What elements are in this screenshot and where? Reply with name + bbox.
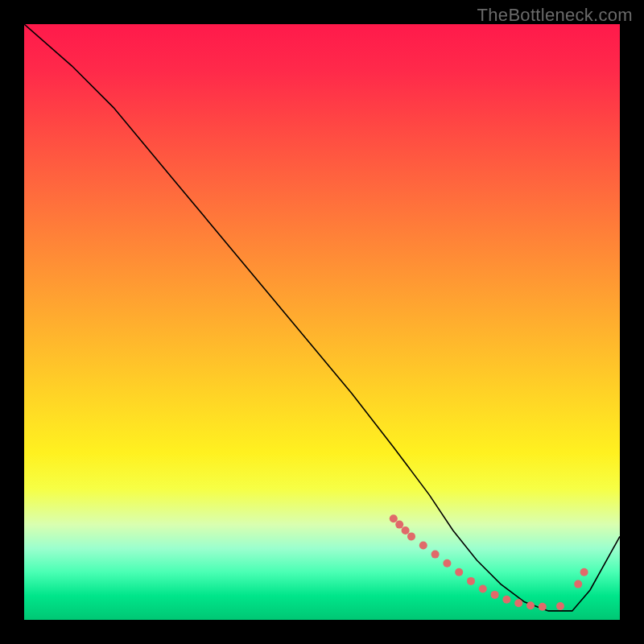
watermark-text: TheBottleneck.com <box>477 5 633 26</box>
highlight-dot <box>526 601 535 609</box>
highlight-dot <box>407 532 415 540</box>
highlight-dot <box>467 577 475 585</box>
highlight-dot <box>455 568 463 576</box>
highlight-dot <box>431 551 440 559</box>
chart-svg <box>24 24 620 620</box>
highlight-dot <box>502 596 510 604</box>
highlight-markers <box>390 514 588 611</box>
highlight-dot <box>390 514 398 522</box>
highlight-dot <box>539 603 547 611</box>
bottleneck-curve <box>24 24 620 611</box>
highlight-dot <box>395 521 403 529</box>
highlight-dot <box>574 580 582 588</box>
chart-frame: TheBottleneck.com <box>0 0 644 644</box>
highlight-dot <box>556 602 564 610</box>
highlight-dot <box>479 585 487 593</box>
highlight-dot <box>419 542 427 550</box>
highlight-dot <box>443 559 451 568</box>
highlight-dot <box>491 591 499 599</box>
highlight-dot <box>580 568 588 576</box>
highlight-dot <box>402 526 410 535</box>
highlight-dot <box>514 599 522 607</box>
